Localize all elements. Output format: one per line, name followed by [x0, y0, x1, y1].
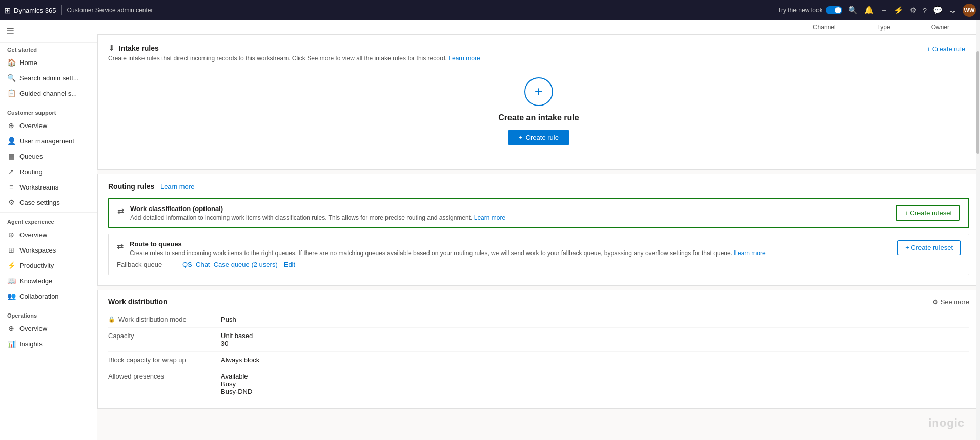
avatar[interactable]: WW [963, 4, 976, 17]
guided-channel-icon: 📋 [7, 89, 15, 97]
help-icon[interactable]: ? [923, 6, 927, 15]
home-icon: 🏠 [7, 58, 15, 67]
fallback-queue-value[interactable]: QS_Chat_Case queue (2 users) [182, 261, 278, 268]
routing-icon: ↗ [7, 167, 15, 176]
work-classification-name: Work classification (optional) [130, 205, 896, 213]
workspaces-label: Workspaces [19, 246, 56, 254]
sidebar-item-overview1[interactable]: ⊕ Overview [0, 118, 97, 133]
sidebar: ☰ Get started 🏠 Home 🔍 Search admin sett… [0, 20, 97, 440]
work-distribution-section: Work distribution ⚙ See more 🔒 Work dist… [97, 290, 980, 409]
sidebar-item-user-management[interactable]: 👤 User management [0, 133, 97, 149]
presences-line1: Available [221, 372, 252, 380]
intake-rules-icon: ⬇ [108, 43, 115, 53]
waffle-icon[interactable]: ⊞ [4, 6, 11, 15]
search-label: Search admin sett... [19, 74, 79, 82]
sidebar-item-collaboration[interactable]: 👥 Collaboration [0, 288, 97, 304]
sidebar-item-guided-channel[interactable]: 📋 Guided channel s... [0, 86, 97, 101]
insights-icon: 📊 [7, 340, 15, 348]
sep3 [0, 306, 97, 306]
work-dist-mode-value: Push [221, 316, 236, 323]
workstreams-label: Workstreams [19, 183, 58, 191]
work-classification-learn-more[interactable]: Learn more [474, 214, 505, 221]
scroll-bar[interactable] [976, 20, 980, 440]
sidebar-item-workspaces[interactable]: ⊞ Workspaces [0, 242, 97, 258]
route-to-queues-name: Route to queues [130, 240, 766, 248]
fallback-queue-label: Fallback queue [117, 261, 178, 268]
see-more-label: See more [941, 298, 969, 306]
empty-circle-icon: + [524, 77, 553, 106]
sidebar-hamburger[interactable]: ☰ [0, 20, 97, 43]
routing-rules-learn-more[interactable]: Learn more [160, 183, 194, 191]
plus-icon[interactable]: ＋ [880, 6, 888, 15]
sidebar-item-case-settings[interactable]: ⚙ Case settings [0, 195, 97, 210]
sidebar-item-queues[interactable]: ▦ Queues [0, 149, 97, 164]
create-rule-empty-plus: + [519, 134, 523, 141]
nav-divider [61, 5, 62, 15]
chat-icon[interactable]: 🗨 [949, 6, 956, 15]
work-dist-block-label: Block capacity for wrap up [108, 356, 221, 364]
work-dist-capacity-label: Capacity [108, 332, 221, 340]
sidebar-item-insights[interactable]: 📊 Insights [0, 336, 97, 351]
route-to-queues-desc: Create rules to send incoming work items… [130, 249, 766, 257]
sidebar-item-workstreams[interactable]: ≡ Workstreams [0, 179, 97, 195]
bell-icon[interactable]: 🔔 [864, 6, 874, 15]
work-distribution-title: Work distribution [108, 298, 168, 306]
overview2-label: Overview [19, 231, 47, 239]
guided-channel-label: Guided channel s... [19, 90, 77, 97]
operations-section: Operations [0, 308, 97, 321]
col-headers-row: Channel Type Owner [97, 20, 980, 34]
sidebar-item-home[interactable]: 🏠 Home [0, 55, 97, 70]
fallback-edit-link[interactable]: Edit [284, 261, 295, 268]
lock-icon: 🔒 [108, 316, 115, 323]
routing-rules-title: Routing rules Learn more [108, 182, 194, 191]
route-to-queues-learn-more[interactable]: Learn more [734, 249, 765, 257]
empty-state-title: Create an intake rule [498, 113, 579, 122]
search-icon[interactable]: 🔍 [848, 6, 858, 15]
feedback-icon[interactable]: 💬 [933, 6, 943, 15]
layout: ☰ Get started 🏠 Home 🔍 Search admin sett… [0, 20, 980, 440]
overview2-icon: ⊕ [7, 231, 15, 239]
col-owner: Owner [931, 24, 949, 31]
col-channel: Channel [813, 24, 836, 31]
sidebar-item-knowledge[interactable]: 📖 Knowledge [0, 273, 97, 288]
filter-icon[interactable]: ⚡ [894, 6, 904, 15]
intake-rules-desc: Create intake rules that direct incoming… [108, 55, 480, 62]
route-to-queues-row: ⇄ Route to queues Create rules to send i… [108, 234, 969, 275]
settings-icon[interactable]: ⚙ [910, 6, 916, 15]
work-classification-info: Work classification (optional) Add detai… [130, 205, 896, 221]
user-management-icon: 👤 [7, 137, 15, 145]
overview3-icon: ⊕ [7, 324, 15, 332]
sidebar-item-search[interactable]: 🔍 Search admin sett... [0, 70, 97, 86]
create-rule-top-button[interactable]: + Create rule [922, 43, 969, 55]
new-look-toggle[interactable] [826, 6, 842, 14]
work-classification-icon: ⇄ [117, 206, 124, 216]
intake-rules-section: ⬇ Intake rules Create intake rules that … [97, 34, 980, 170]
agent-experience-section: Agent experience [0, 215, 97, 227]
capacity-line2: 30 [221, 340, 253, 347]
routing-rules-section: Routing rules Learn more ⇄ Work classifi… [97, 174, 980, 286]
knowledge-icon: 📖 [7, 277, 15, 285]
scroll-thumb[interactable] [976, 51, 979, 154]
sidebar-item-overview3[interactable]: ⊕ Overview [0, 321, 97, 336]
overview1-label: Overview [19, 122, 47, 130]
routing-rules-header: Routing rules Learn more [108, 182, 969, 191]
sep1 [0, 103, 97, 103]
workstreams-icon: ≡ [7, 183, 15, 191]
work-dist-presences-label: Allowed presences [108, 372, 221, 380]
create-ruleset-button2[interactable]: + Create ruleset [897, 240, 961, 255]
intake-rules-inner: ⬇ Intake rules Create intake rules that … [98, 35, 979, 169]
work-classification-desc: Add detailed information to incoming wor… [130, 214, 896, 221]
work-dist-presences-row: Allowed presences Available Busy Busy-DN… [108, 368, 969, 400]
sidebar-item-routing[interactable]: ↗ Routing [0, 164, 97, 179]
sidebar-item-productivity[interactable]: ⚡ Productivity [0, 258, 97, 273]
sidebar-item-overview2[interactable]: ⊕ Overview [0, 227, 97, 242]
col-type: Type [877, 24, 890, 31]
see-more-button[interactable]: ⚙ See more [932, 298, 969, 306]
intake-rules-learn-more[interactable]: Learn more [448, 55, 480, 62]
create-ruleset-button[interactable]: + Create ruleset [896, 205, 960, 221]
presences-line3: Busy-DND [221, 388, 252, 395]
create-rule-empty-button[interactable]: + Create rule [508, 130, 569, 145]
intake-rules-title: Intake rules [119, 44, 159, 52]
route-to-queues-info: Route to queues Create rules to send inc… [130, 240, 766, 257]
try-new-look: Try the new look [778, 6, 842, 14]
